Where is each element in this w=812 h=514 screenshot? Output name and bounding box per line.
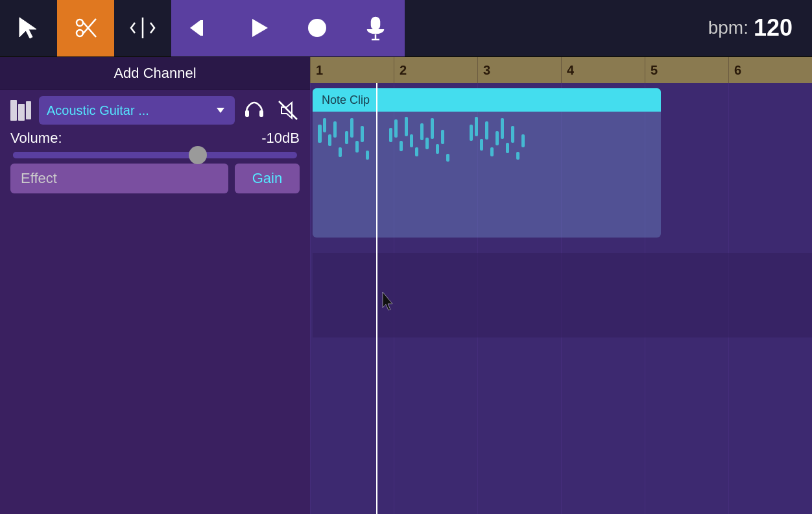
note-bar	[350, 118, 353, 138]
note-bar	[436, 144, 439, 154]
slider-row[interactable]	[8, 152, 302, 158]
volume-slider-thumb[interactable]	[189, 146, 207, 164]
svg-line-2	[82, 21, 96, 37]
ruler-mark-5: 5	[645, 57, 728, 83]
effect-label: Effect	[21, 170, 57, 187]
toolbar: bpm: 120	[0, 0, 812, 57]
gain-button[interactable]: Gain	[235, 164, 300, 193]
note-bar	[355, 141, 359, 153]
bpm-label: bpm:	[708, 18, 748, 38]
svg-rect-12	[10, 100, 17, 121]
ruler-mark-4: 4	[561, 57, 645, 83]
note-bar	[405, 117, 408, 136]
bpm-display: bpm: 120	[708, 14, 812, 42]
note-bar	[410, 134, 413, 147]
note-bar	[425, 138, 429, 149]
split-tool-button[interactable]	[114, 0, 171, 56]
note-bar	[441, 130, 444, 144]
svg-marker-7	[252, 19, 268, 37]
bpm-value: 120	[754, 14, 793, 42]
svg-point-1	[77, 30, 83, 36]
note-bar	[345, 131, 348, 144]
svg-point-8	[308, 19, 326, 37]
note-bar	[420, 123, 424, 140]
transport-controls	[171, 0, 405, 56]
svg-rect-13	[18, 104, 25, 121]
note-clip[interactable]: Note Clip	[313, 88, 661, 238]
ruler-mark-3: 3	[477, 57, 561, 83]
effect-row: Effect Gain	[8, 164, 302, 193]
note-bar	[415, 147, 418, 156]
track-area[interactable]: Note Clip	[310, 83, 812, 514]
scissor-tool-button[interactable]	[57, 0, 114, 56]
rewind-button[interactable]	[171, 0, 230, 56]
note-bar	[490, 147, 494, 156]
note-clip-header: Note Clip	[313, 88, 661, 112]
channel-name: Acoustic Guitar ...	[47, 103, 149, 118]
volume-slider-track[interactable]	[13, 152, 297, 158]
svg-rect-6	[200, 20, 203, 36]
note-bar	[394, 119, 398, 138]
svg-rect-16	[245, 110, 249, 117]
channel-header-row: Acoustic Guitar ...	[8, 96, 302, 125]
empty-track-area	[313, 253, 812, 337]
svg-line-3	[82, 19, 96, 34]
ruler-mark-1: 1	[310, 57, 394, 83]
note-bar	[328, 134, 331, 146]
note-bar	[446, 154, 449, 162]
note-bar	[366, 151, 369, 160]
note-bar	[339, 147, 342, 157]
record-button[interactable]	[288, 0, 346, 56]
note-bar	[470, 125, 473, 141]
ruler: 1 2 3 4 5 6	[310, 57, 812, 83]
svg-rect-9	[372, 18, 379, 29]
add-channel-header: Add Channel	[0, 57, 310, 90]
note-bar	[475, 117, 478, 136]
note-bar	[511, 126, 514, 143]
note-bar	[516, 152, 519, 160]
channel-strip: Acoustic Guitar ... Vol	[0, 90, 310, 200]
play-button[interactable]	[230, 0, 288, 56]
svg-point-0	[77, 19, 83, 26]
svg-rect-14	[26, 101, 31, 119]
note-bar	[361, 126, 364, 142]
headphone-button[interactable]	[240, 96, 269, 125]
gain-label: Gain	[252, 170, 282, 187]
note-bar	[501, 118, 504, 139]
svg-marker-15	[217, 108, 224, 113]
note-bar	[521, 134, 525, 147]
channel-grid-icon[interactable]	[8, 97, 34, 123]
svg-rect-17	[259, 110, 263, 117]
note-bar	[400, 141, 403, 151]
note-bar	[480, 139, 483, 151]
note-clip-body	[313, 112, 661, 238]
note-bar	[333, 121, 337, 138]
mic-button[interactable]	[346, 0, 405, 56]
note-bar	[318, 125, 322, 143]
timeline-area: 1 2 3 4 5 6 Note Clip	[310, 57, 812, 514]
note-bar	[506, 143, 509, 153]
effect-button[interactable]: Effect	[10, 164, 228, 193]
channel-name-dropdown[interactable]: Acoustic Guitar ...	[39, 96, 235, 125]
select-tool-button[interactable]	[0, 0, 57, 56]
svg-marker-5	[190, 20, 200, 36]
note-clip-label: Note Clip	[322, 93, 370, 107]
ruler-mark-6: 6	[728, 57, 812, 83]
volume-value: -10dB	[261, 130, 300, 147]
volume-row: Volume: -10dB	[8, 130, 302, 147]
note-bar	[485, 121, 488, 140]
add-channel-label: Add Channel	[113, 65, 196, 82]
mute-button[interactable]	[274, 96, 302, 125]
volume-slider-fill	[13, 152, 198, 158]
note-bar	[431, 118, 434, 139]
ruler-mark-2: 2	[394, 57, 477, 83]
left-panel: Add Channel Acoustic Guitar ...	[0, 57, 310, 514]
note-bar	[389, 128, 392, 142]
note-bar	[496, 131, 499, 145]
note-bar	[323, 118, 326, 132]
volume-label: Volume:	[10, 130, 62, 147]
